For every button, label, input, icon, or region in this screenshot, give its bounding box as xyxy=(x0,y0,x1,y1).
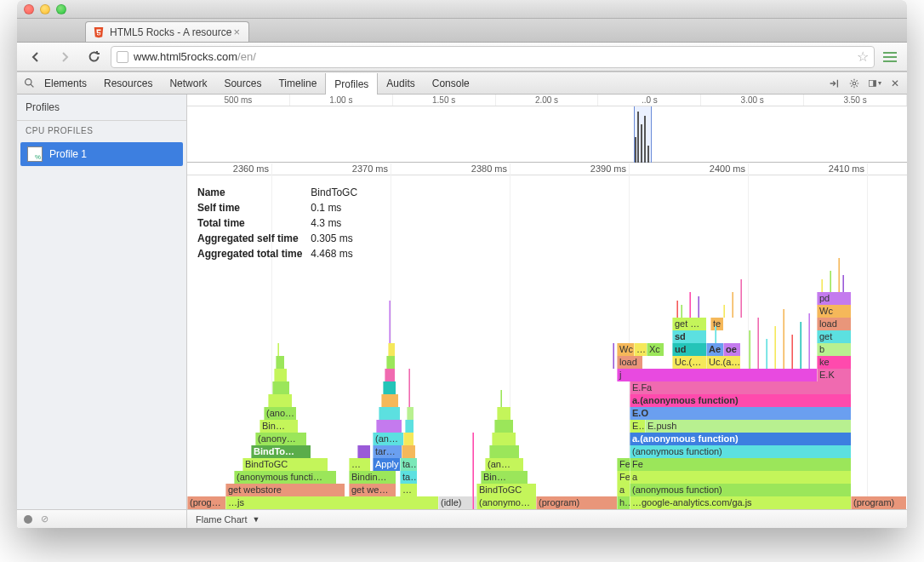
flame-frame[interactable] xyxy=(749,330,750,369)
flame-frame[interactable]: (anonymo… xyxy=(476,496,536,509)
flame-frame[interactable] xyxy=(783,309,784,369)
flame-frame[interactable] xyxy=(274,369,287,381)
flame-frame[interactable]: oe xyxy=(723,343,740,356)
flame-frame[interactable]: h… xyxy=(617,496,630,509)
flame-frame[interactable] xyxy=(500,390,502,407)
tab-network[interactable]: Network xyxy=(161,72,215,94)
flame-frame[interactable]: … xyxy=(634,343,647,356)
flame-frame[interactable]: (ano… xyxy=(264,407,296,420)
browser-tab[interactable]: HTML5 Rocks - A resource × xyxy=(85,21,249,42)
flame-frame[interactable]: Bindin… xyxy=(349,471,396,484)
flame-frame[interactable]: sd xyxy=(672,330,706,343)
flame-frame[interactable]: Uc.(… xyxy=(672,356,706,369)
minimize-window-button[interactable] xyxy=(40,4,50,14)
flame-frame[interactable]: E.Fa xyxy=(630,381,851,394)
chrome-menu-button[interactable] xyxy=(880,52,900,62)
flame-frame[interactable]: ud xyxy=(672,343,706,356)
record-button[interactable] xyxy=(24,515,32,524)
flame-frame[interactable]: Wc xyxy=(817,305,851,318)
back-button[interactable] xyxy=(24,46,48,68)
flame-frame[interactable] xyxy=(388,343,395,356)
flame-frame[interactable]: (program) xyxy=(851,496,906,509)
flame-frame[interactable] xyxy=(842,275,844,292)
flame-frame[interactable]: E.push xyxy=(645,420,851,433)
flame-frame[interactable] xyxy=(405,420,414,433)
flame-frame[interactable]: BindToGC xyxy=(242,458,328,471)
flame-frame[interactable]: Wc xyxy=(617,343,634,356)
flame-frame[interactable] xyxy=(403,433,414,445)
tab-close-icon[interactable]: × xyxy=(231,26,242,38)
flame-frame[interactable]: …google-analytics.com/ga.js xyxy=(630,496,851,509)
address-bar[interactable]: www.html5rocks.com/en/ ☆ xyxy=(111,46,875,68)
flame-frame[interactable] xyxy=(698,296,699,318)
flame-frame[interactable]: Fe xyxy=(630,458,851,471)
flame-frame[interactable] xyxy=(381,394,398,407)
close-window-button[interactable] xyxy=(24,4,34,14)
flame-frame[interactable]: load xyxy=(817,318,851,330)
flame-frame[interactable] xyxy=(268,394,292,407)
tab-timeline[interactable]: Timeline xyxy=(270,72,325,94)
flame-frame[interactable]: pd xyxy=(817,292,851,305)
flame-frame[interactable]: j xyxy=(617,369,851,381)
flame-frame[interactable] xyxy=(723,305,725,318)
drawer-toggle-icon[interactable] xyxy=(827,77,841,90)
search-icon[interactable] xyxy=(22,77,36,90)
tab-audits[interactable]: Audits xyxy=(378,72,423,94)
devtools-close-icon[interactable]: ✕ xyxy=(888,77,902,90)
flame-frame[interactable] xyxy=(277,343,279,356)
flame-frame[interactable]: get … xyxy=(672,318,706,330)
flame-frame[interactable] xyxy=(838,258,840,292)
flame-frame[interactable] xyxy=(830,271,831,292)
view-selector[interactable]: Flame Chart ▼ xyxy=(187,514,268,525)
flame-frame[interactable] xyxy=(821,279,823,292)
profile-item[interactable]: Profile 1 xyxy=(20,142,183,166)
flame-frame[interactable] xyxy=(385,369,395,381)
dock-side-icon[interactable]: ▾ xyxy=(868,77,881,90)
flame-frame[interactable] xyxy=(800,322,801,369)
flame-frame[interactable] xyxy=(376,420,402,433)
overview-strip[interactable] xyxy=(187,106,907,163)
flame-frame[interactable] xyxy=(732,292,733,318)
flame-frame[interactable]: (anonymous function) xyxy=(630,484,851,496)
flame-frame[interactable]: BindTo… xyxy=(251,445,311,458)
flame-frame[interactable] xyxy=(613,343,614,369)
flame-frame[interactable]: a xyxy=(630,471,851,484)
flame-frame[interactable]: E.O xyxy=(630,407,851,420)
flame-frame[interactable]: a xyxy=(617,484,630,496)
flame-frame[interactable]: ta… xyxy=(400,458,417,471)
flame-frame[interactable]: E.K xyxy=(817,369,851,381)
flame-frame[interactable] xyxy=(740,279,742,318)
flame-frame[interactable]: (anonymous functi… xyxy=(234,471,336,484)
flame-frame[interactable] xyxy=(492,433,516,445)
flame-frame[interactable]: Ae xyxy=(706,343,723,356)
flame-frame[interactable]: Bin… xyxy=(481,471,528,484)
flame-frame[interactable]: (idle) xyxy=(438,496,476,509)
flame-frame[interactable]: (an… xyxy=(485,458,523,471)
flame-frame[interactable]: b xyxy=(817,343,851,356)
tab-console[interactable]: Console xyxy=(424,72,478,94)
flame-frame[interactable] xyxy=(689,292,691,318)
flame-frame[interactable] xyxy=(676,301,678,318)
flame-frame[interactable]: a.(anonymous function) xyxy=(630,394,851,407)
flame-frame[interactable] xyxy=(774,326,776,369)
flame-frame[interactable] xyxy=(489,445,519,458)
flame-frame[interactable]: BindToGC xyxy=(476,484,536,496)
flame-frame[interactable] xyxy=(791,335,793,369)
flame-frame[interactable]: Fe xyxy=(617,458,630,471)
flame-frame[interactable] xyxy=(379,407,400,420)
flame-frame[interactable] xyxy=(681,305,682,318)
flame-frame[interactable] xyxy=(408,369,410,407)
flame-frame[interactable] xyxy=(472,433,474,509)
flame-frame[interactable]: (an… xyxy=(373,433,407,445)
flame-frame[interactable]: ke xyxy=(817,356,851,369)
flame-frame[interactable] xyxy=(276,356,284,369)
flame-frame[interactable]: (program) xyxy=(536,496,617,509)
bookmark-star-icon[interactable]: ☆ xyxy=(857,49,869,65)
flame-frame[interactable]: (anonymous function) xyxy=(630,445,851,458)
flame-frame[interactable]: Uc.(a… xyxy=(706,356,740,369)
flame-frame[interactable]: … xyxy=(349,458,370,471)
flame-frame[interactable]: load xyxy=(617,356,642,369)
flame-frame[interactable]: get xyxy=(817,330,851,343)
flame-frame[interactable] xyxy=(494,420,513,433)
flame-frame[interactable] xyxy=(402,445,415,458)
